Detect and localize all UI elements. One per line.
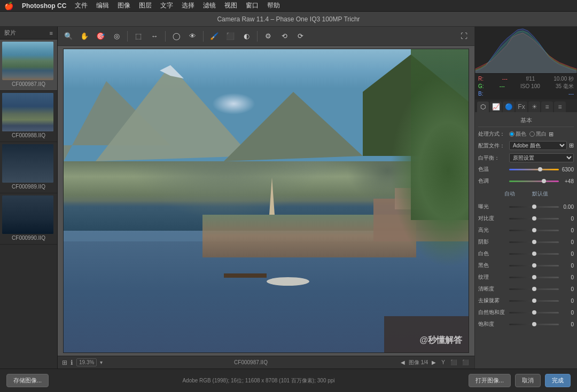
menu-text[interactable]: 文字 [160, 1, 173, 10]
tab-detail[interactable]: 🔵 [503, 101, 514, 112]
graduated-tool[interactable]: ⬛ [224, 30, 237, 43]
wb-label: 白平衡： [478, 154, 509, 162]
filename-display: CF000987.IIQ [234, 359, 268, 365]
hist-b-label: B: [478, 90, 483, 98]
straighten-tool[interactable]: ↔ [148, 30, 161, 43]
store-image-button[interactable]: 存储图像... [6, 374, 49, 387]
svg-marker-5 [363, 54, 469, 156]
color-temp-thumb [538, 167, 542, 171]
hist-r-label: R: [478, 75, 484, 83]
open-image-button[interactable]: 打开图像... [469, 374, 511, 387]
profile-grid-icon[interactable]: ⊞ [549, 131, 553, 138]
color-sample-tool[interactable]: ◎ [110, 30, 123, 43]
color-temp-slider-area [509, 169, 559, 170]
done-button[interactable]: 完成 [545, 374, 571, 387]
slider-2[interactable] [509, 230, 559, 231]
tint-thumb [542, 179, 546, 183]
slider-10[interactable] [509, 324, 559, 325]
tab-basic[interactable]: ⬡ [477, 101, 489, 112]
tab-lens[interactable]: ≡ [541, 101, 553, 112]
zoom-level[interactable]: 19.3% [76, 358, 97, 366]
menu-filter[interactable]: 滤镜 [203, 1, 216, 10]
auto-default-row: 自动 默认值 [478, 189, 574, 199]
nav-icon-2[interactable]: ⬛ [461, 359, 470, 365]
fullscreen-btn[interactable]: ⛶ [457, 30, 470, 43]
color-temp-slider[interactable] [509, 169, 559, 170]
prev-image-btn[interactable]: ◀ [399, 359, 407, 365]
menu-help[interactable]: 帮助 [267, 1, 280, 10]
slider-8[interactable] [509, 300, 559, 302]
auto-button[interactable]: 自动 [501, 189, 518, 199]
rotate-right-btn[interactable]: ⟳ [294, 30, 307, 43]
next-image-btn[interactable]: ▶ [430, 359, 438, 365]
wb-select[interactable]: 原照设置 [509, 153, 574, 162]
slider-value-9: 0 [559, 310, 574, 316]
apple-menu[interactable]: 🍎 [4, 2, 13, 10]
menu-photoshop[interactable]: Photoshop CC [22, 2, 66, 10]
spot-removal-tool[interactable]: ◯ [170, 30, 183, 43]
cancel-button[interactable]: 取消 [515, 374, 541, 387]
slider-0[interactable] [509, 206, 559, 208]
slider-area-0 [509, 206, 559, 208]
separator-4 [257, 31, 258, 42]
film-thumb-1 [2, 42, 53, 80]
radial-tool[interactable]: ◐ [240, 30, 253, 43]
preferences-btn[interactable]: ⚙ [262, 30, 275, 43]
slider-7[interactable] [509, 288, 559, 290]
color-temp-label: 色温 [478, 166, 509, 173]
wb-tool[interactable]: 🎯 [94, 30, 107, 43]
treatment-color-option[interactable]: 颜色 [509, 130, 526, 138]
slider-area-7 [509, 288, 559, 290]
nav-icon-1[interactable]: ⬛ [449, 359, 458, 365]
tab-split[interactable]: ☀ [528, 101, 540, 112]
film-item-4[interactable]: CF000990.IIQ [0, 193, 57, 245]
tab-camera[interactable]: ≡ [554, 101, 566, 112]
tab-hsl[interactable]: Fx [516, 101, 527, 112]
manual-button[interactable]: 默认值 [529, 189, 551, 199]
rotate-left-btn[interactable]: ⟲ [278, 30, 291, 43]
histogram-svg [475, 27, 577, 73]
slider-label-2: 高光 [478, 226, 509, 234]
menu-edit[interactable]: 编辑 [96, 1, 109, 10]
slider-label-3: 阴影 [478, 238, 509, 246]
center-panel: 🔍 ✋ 🎯 ◎ ⬚ ↔ ◯ 👁 🖌️ ⬛ ◐ ⚙ ⟲ ⟳ ⛶ [58, 27, 474, 369]
film-item-2[interactable]: CF000988.IIQ [0, 91, 57, 142]
title-bar: Camera Raw 11.4 – Phase One IQ3 100MP Tr… [0, 12, 577, 27]
treatment-color-radio[interactable] [509, 131, 514, 137]
film-item-3[interactable]: CF000989.IIQ [0, 142, 57, 193]
menu-image[interactable]: 图像 [118, 1, 130, 10]
compare-icon[interactable]: Y [440, 359, 447, 365]
menu-layer[interactable]: 图层 [139, 1, 152, 10]
slider-3[interactable] [509, 241, 559, 243]
menu-window[interactable]: 窗口 [246, 1, 259, 10]
zoom-dropdown-icon[interactable]: ▾ [100, 359, 103, 365]
tab-tone[interactable]: 📈 [490, 101, 502, 112]
profile-grid2-icon[interactable]: ⊞ [569, 142, 574, 149]
treatment-bw-radio[interactable] [529, 131, 535, 137]
slider-6[interactable] [509, 277, 559, 278]
zoom-tool[interactable]: 🔍 [62, 30, 75, 43]
brush-tool[interactable]: 🖌️ [208, 30, 221, 43]
slider-area-4 [509, 253, 559, 255]
slider-label-7: 清晰度 [478, 285, 509, 293]
crop-tool[interactable]: ⬚ [132, 30, 145, 43]
menu-select[interactable]: 选择 [182, 1, 194, 10]
menu-view[interactable]: 视图 [224, 1, 237, 10]
slider-9[interactable] [509, 312, 559, 313]
slider-4[interactable] [509, 253, 559, 255]
tint-slider[interactable] [509, 181, 559, 182]
filmstrip-menu-icon[interactable]: ≡ [50, 30, 53, 36]
treatment-bw-option[interactable]: 黑白 [529, 130, 547, 138]
profile-select[interactable]: Adobe 颜色 [509, 141, 567, 150]
slider-label-4: 白色 [478, 250, 509, 257]
hand-tool[interactable]: ✋ [78, 30, 91, 43]
info-icon: ℹ [71, 359, 73, 366]
slider-1[interactable] [509, 218, 559, 219]
filmstrip-label: 胶片 [4, 29, 16, 37]
redeye-tool[interactable]: 👁 [186, 30, 199, 43]
menu-file[interactable]: 文件 [75, 1, 88, 10]
slider-5[interactable] [509, 265, 559, 266]
film-thumb-3 [2, 144, 53, 183]
film-item-1[interactable]: CF000987.IIQ [0, 40, 57, 91]
slider-value-10: 0 [559, 322, 574, 327]
